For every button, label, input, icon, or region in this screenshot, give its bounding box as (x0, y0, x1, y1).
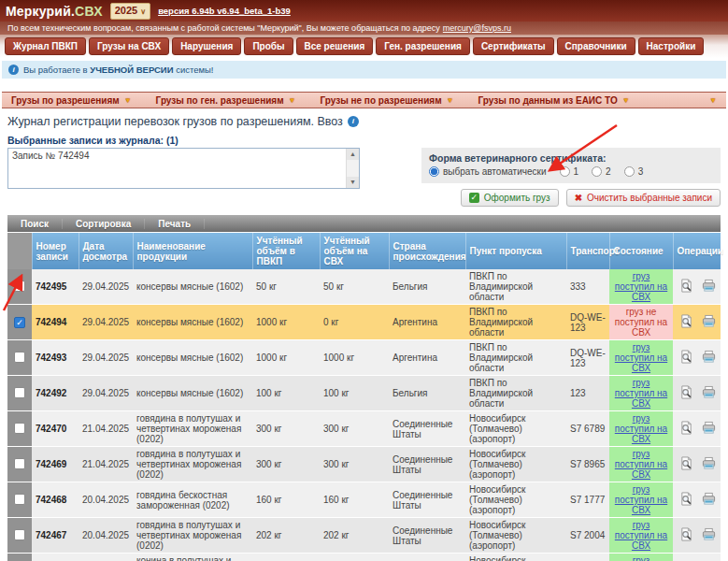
nav-tab[interactable]: Все решения (296, 37, 374, 55)
status-link[interactable]: груз поступил на СВХ (615, 484, 667, 515)
view-button[interactable] (677, 314, 696, 330)
notice-text: Вы работаете в УЧЕБНОЙ ВЕРСИИ системы! (23, 65, 214, 75)
status-link[interactable]: груз поступил на СВХ (615, 413, 667, 444)
view-button[interactable] (677, 385, 696, 401)
table-row[interactable]: 742495 29.04.2025 консервы мясные (1602)… (7, 269, 721, 305)
nav-tab[interactable]: Пробы (244, 37, 293, 55)
table-row[interactable]: 742470 21.04.2025 говядина в полутушах и… (7, 411, 721, 447)
nav-tab[interactable]: Ген. разрешения (376, 37, 470, 55)
radio-label: выбрать автоматически (443, 166, 547, 177)
cell-operations (673, 340, 721, 376)
cert-form-radio[interactable]: 1 (560, 166, 579, 177)
toolbar-item[interactable]: Печать (145, 219, 205, 229)
table-row[interactable]: 742468 20.04.2025 говядина бескостная за… (7, 482, 721, 518)
cert-form-radio[interactable]: 3 (624, 166, 644, 177)
cell-operations (673, 411, 721, 447)
scroll-down-icon[interactable] (347, 177, 359, 188)
status-link[interactable]: груз поступил на СВХ (615, 342, 667, 373)
cell-product-name: конина в полутушах и четвертинах морожен… (133, 554, 252, 561)
submenu-item[interactable]: Грузы по ген. разрешениям (156, 95, 296, 106)
table-row[interactable]: 742467 20.04.2025 говядина в полутушах и… (7, 518, 721, 554)
scroll-up-icon[interactable] (347, 149, 359, 160)
view-button[interactable] (677, 492, 696, 508)
submenu-item[interactable]: Грузы по данным из ЕАИС ТО (478, 95, 629, 106)
toolbar-item[interactable]: Сортировка (63, 219, 145, 229)
print-button[interactable] (699, 314, 719, 330)
table-row[interactable]: 742493 29.04.2025 консервы мясные (1602)… (7, 340, 721, 376)
selected-records-list[interactable]: Запись № 742494 (7, 148, 360, 189)
cell-inspection-date: 20.04.2025 (79, 482, 133, 518)
print-button[interactable] (699, 350, 719, 366)
row-checkbox[interactable] (14, 352, 25, 363)
support-email-link[interactable]: mercury@fsvps.ru (443, 23, 511, 33)
cell-transport: 333 (566, 269, 609, 305)
view-button[interactable] (677, 421, 696, 437)
cell-inspection-date: 21.04.2025 (79, 411, 133, 447)
cell-inspection-date: 29.04.2025 (79, 340, 133, 376)
nav-tab[interactable]: Справочники (557, 37, 635, 55)
table-row[interactable]: 742492 29.04.2025 консервы мясные (1602)… (7, 376, 721, 411)
register-cargo-button[interactable]: Оформить груз (461, 189, 559, 207)
year-selector[interactable]: 2025 ∨ (110, 3, 150, 20)
selection-area: Запись № 742494 Форма ветеринарного серт… (7, 148, 721, 207)
clear-selection-button[interactable]: Очистить выбранные записи (566, 189, 721, 207)
status-link[interactable]: груз поступил на СВХ (615, 271, 667, 302)
nav-tab[interactable]: Нарушения (172, 37, 241, 55)
print-button[interactable] (699, 421, 719, 437)
radio-icon (560, 166, 570, 177)
row-checkbox[interactable] (14, 529, 25, 540)
selected-record-item[interactable]: Запись № 742494 (8, 149, 359, 163)
table-row[interactable]: 742469 21.04.2025 говядина в полутушах и… (7, 447, 721, 482)
submenu-item[interactable]: Грузы не по разрешениям (321, 95, 454, 106)
nav-tab[interactable]: Грузы на СВХ (89, 37, 169, 55)
row-checkbox[interactable] (14, 387, 25, 398)
print-button[interactable] (699, 385, 719, 401)
nav-tab[interactable]: Настройки (638, 37, 705, 55)
row-checkbox[interactable]: ✓ (14, 317, 25, 328)
row-checkbox[interactable] (14, 423, 25, 434)
cert-form-radio[interactable]: 2 (592, 166, 611, 177)
print-button[interactable] (699, 527, 719, 543)
radio-icon (624, 166, 635, 177)
status-link[interactable]: груз поступил на СВХ (615, 520, 667, 551)
printer-icon (702, 456, 716, 470)
cell-product-name: консервы мясные (1602) (133, 376, 252, 411)
status-link[interactable]: груз поступил на СВХ (615, 378, 667, 409)
dropdown-triangle-icon[interactable] (709, 96, 717, 105)
cell-status: груз поступил на СВХ (609, 376, 673, 411)
print-button[interactable] (699, 456, 719, 472)
cell-checkpoint: Новосибирск (Толмачево) (аэропорт) (465, 518, 566, 554)
cell-transport: DQ-WE-123 (566, 340, 609, 376)
view-button[interactable] (677, 456, 696, 472)
view-button[interactable] (677, 279, 696, 295)
cell-record-number: 742493 (32, 340, 79, 376)
view-button[interactable] (677, 350, 696, 366)
print-button[interactable] (699, 492, 719, 508)
row-checkbox[interactable] (14, 494, 25, 505)
version-link[interactable]: версия 6.94b v6.94_beta_1-b39 (158, 6, 291, 16)
row-checkbox[interactable] (14, 458, 25, 469)
row-checkbox[interactable] (14, 280, 25, 292)
column-header: Операции (673, 233, 721, 269)
cert-form-radio[interactable]: выбрать автоматически (429, 166, 547, 177)
row-select-cell (7, 447, 32, 482)
cell-operations (673, 376, 721, 411)
cell-product-name: говядина в полутушах и четвертинах морож… (133, 518, 252, 554)
table-row[interactable]: ✓ 742494 29.04.2025 консервы мясные (160… (7, 305, 721, 340)
scrollbar[interactable] (346, 149, 359, 188)
cell-country: Соединенные Штаты (389, 482, 465, 518)
view-button[interactable] (677, 527, 696, 543)
nav-tab[interactable]: Журнал ПВКП (5, 37, 86, 55)
nav-tab[interactable]: Сертификаты (473, 37, 554, 55)
document-magnifier-icon (679, 350, 693, 364)
cert-form-section: Форма ветеринарного сертификата: выбрать… (421, 148, 721, 207)
table-row[interactable]: 742466 20.04.2025 конина в полутушах и ч… (7, 554, 721, 561)
toolbar-item[interactable]: Поиск (7, 219, 63, 229)
status-link[interactable]: груз поступил на СВХ (615, 449, 667, 480)
column-header: Учтённый объём на СВХ (320, 233, 389, 269)
info-icon[interactable] (348, 116, 359, 127)
document-magnifier-icon (679, 385, 693, 399)
print-button[interactable] (699, 279, 719, 295)
submenu-item[interactable]: Грузы по разрешениям (11, 95, 132, 106)
status-link[interactable]: груз поступил на СВХ (615, 555, 667, 561)
